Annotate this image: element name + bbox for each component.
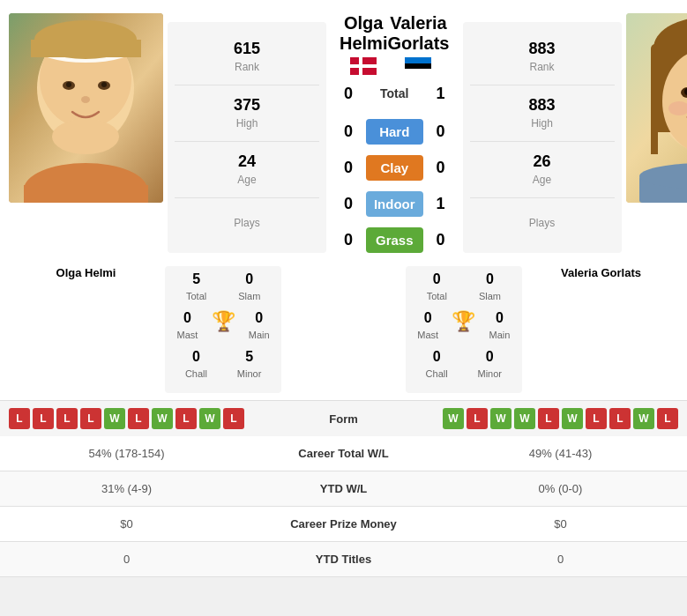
player1-main-value: 0: [249, 310, 270, 326]
player1-chall-stat: 0 Chall: [185, 349, 207, 381]
player1-total-label: Total: [186, 291, 206, 301]
player1-form-badge-9: L: [223, 408, 244, 429]
svg-rect-6: [31, 40, 141, 57]
player2-form-badge-0: W: [443, 408, 464, 429]
player1-form-badge-5: L: [128, 408, 149, 429]
player2-mast-stat: 0 Mast: [417, 310, 438, 342]
form-label: Form: [329, 412, 358, 426]
player1-bottom-stats: 5 Total 0 Slam 0 Mast 🏆: [163, 266, 283, 393]
player1-rank-label: Rank: [235, 61, 259, 73]
stats-row-2: $0Career Prize Money$0: [0, 507, 687, 542]
stats-label-2: Career Prize Money: [253, 507, 434, 542]
clay-label: Clay: [366, 155, 423, 181]
total-score-p2: 1: [428, 85, 454, 103]
player2-stats-box: 883 Rank 883 High 26 Age Plays: [463, 22, 622, 253]
player1-chall-value: 0: [185, 349, 207, 365]
player2-total-label: Total: [427, 291, 447, 301]
clay-row: 0 Clay 0: [335, 151, 454, 184]
stats-p2-1: 0% (0-0): [434, 471, 687, 507]
total-label: Total: [366, 81, 423, 106]
player2-total-stat: 0 Total: [427, 271, 447, 303]
player2-form-badge-1: L: [467, 408, 488, 429]
player1-mast-stat: 0 Mast: [177, 310, 198, 342]
indoor-row: 0 Indoor 1: [335, 187, 454, 220]
player2-mast-label: Mast: [417, 330, 438, 340]
player2-trophy-icon: 🏆: [452, 310, 475, 342]
name-labels-row: Olga Helmi 5 Total 0 Slam 0: [0, 266, 687, 400]
player2-high-value: 883: [470, 96, 615, 115]
stats-p1-0: 54% (178-154): [0, 436, 253, 471]
player1-total-value: 5: [186, 271, 206, 287]
player2-main-label: Main: [489, 330, 511, 340]
player1-form-badge-0: L: [9, 408, 30, 429]
player2-form-badges: WLWWLWLLWL: [443, 408, 678, 429]
form-section: LLLLWLWLWL Form WLWWLWLLWL: [0, 400, 687, 436]
player1-form-badge-6: W: [152, 408, 173, 429]
player1-main-label: Main: [249, 330, 270, 340]
player1-minor-label: Minor: [237, 368, 262, 379]
player1-age-value: 24: [175, 152, 319, 171]
player1-form-badge-4: W: [104, 408, 125, 429]
player1-name-label: Olga Helmi: [9, 266, 163, 393]
player1-high-value: 375: [175, 96, 319, 115]
svg-rect-14: [24, 185, 148, 203]
player1-rank-item: 615 Rank: [175, 29, 319, 85]
player2-minor-stat: 0 Minor: [478, 349, 503, 381]
player2-main-value: 0: [489, 310, 511, 326]
player1-stats-row2: 0 Mast 🏆 0 Main: [170, 310, 276, 342]
player2-chall-stat: 0 Chall: [426, 349, 448, 381]
stats-label-1: YTD W/L: [253, 471, 434, 507]
stats-label-3: YTD Titles: [253, 542, 434, 577]
player2-mast-value: 0: [417, 310, 438, 326]
player2-form-badge-4: L: [538, 408, 559, 429]
clay-score-p2: 0: [428, 159, 454, 177]
player1-minor-stat: 5 Minor: [237, 349, 262, 381]
total-score-p1: 0: [335, 85, 362, 103]
player1-mast-value: 0: [177, 310, 198, 326]
stats-table: 54% (178-154)Career Total W/L49% (41-43)…: [0, 436, 687, 577]
grass-score-p1: 0: [335, 231, 362, 249]
stats-row-1: 31% (4-9)YTD W/L0% (0-0): [0, 471, 687, 507]
svg-point-11: [81, 96, 90, 103]
player2-slam-value: 0: [479, 271, 501, 287]
player1-high-label: High: [236, 117, 258, 130]
player2-photo: [626, 13, 688, 203]
center-spacer: [283, 266, 403, 393]
stats-p2-2: $0: [434, 507, 687, 542]
player2-slam-label: Slam: [479, 291, 501, 301]
player2-stats-row3: 0 Chall 0 Minor: [411, 349, 517, 381]
player2-plays-label: Plays: [529, 217, 555, 229]
player1-slam-stat: 0 Slam: [238, 271, 260, 303]
player1-age-label: Age: [237, 174, 256, 186]
stats-row-3: 0YTD Titles0: [0, 542, 687, 577]
player2-form-badge-9: L: [657, 408, 678, 429]
grass-score-p2: 0: [428, 231, 454, 249]
player2-age-value: 26: [470, 152, 615, 171]
player2-form-badge-5: W: [562, 408, 583, 429]
player2-rank-item: 883 Rank: [470, 29, 615, 85]
player2-high-item: 883 High: [470, 85, 615, 142]
player1-mast-label: Mast: [177, 330, 198, 340]
player1-high-item: 375 High: [175, 85, 319, 142]
player1-form-badges: LLLLWLWLWL: [9, 408, 244, 429]
player2-plays-item: Plays: [470, 198, 615, 246]
player2-rank-value: 883: [470, 40, 615, 58]
player1-form-badge-2: L: [56, 408, 78, 429]
clay-score-p1: 0: [335, 159, 362, 177]
stats-p2-3: 0: [434, 542, 687, 577]
player2-info: 883 Rank 883 High 26 Age Plays: [463, 13, 622, 257]
player2-form-badge-2: W: [490, 408, 512, 429]
player2-high-label: High: [531, 117, 553, 130]
stats-row-0: 54% (178-154)Career Total W/L49% (41-43): [0, 436, 687, 471]
header-names: Olga Helmi Valeria Gorlats: [335, 13, 454, 75]
svg-point-10: [101, 82, 107, 87]
player1-plays-label: Plays: [234, 217, 259, 229]
grass-row: 0 Grass 0: [335, 223, 454, 256]
player2-slam-stat: 0 Slam: [479, 271, 501, 303]
player1-form-badge-1: L: [33, 408, 54, 429]
svg-point-9: [66, 82, 71, 87]
player2-form-badge-8: W: [633, 408, 654, 429]
player2-form-badge-6: L: [586, 408, 607, 429]
player1-form-badge-8: W: [199, 408, 220, 429]
player2-form-badge-3: W: [514, 408, 535, 429]
